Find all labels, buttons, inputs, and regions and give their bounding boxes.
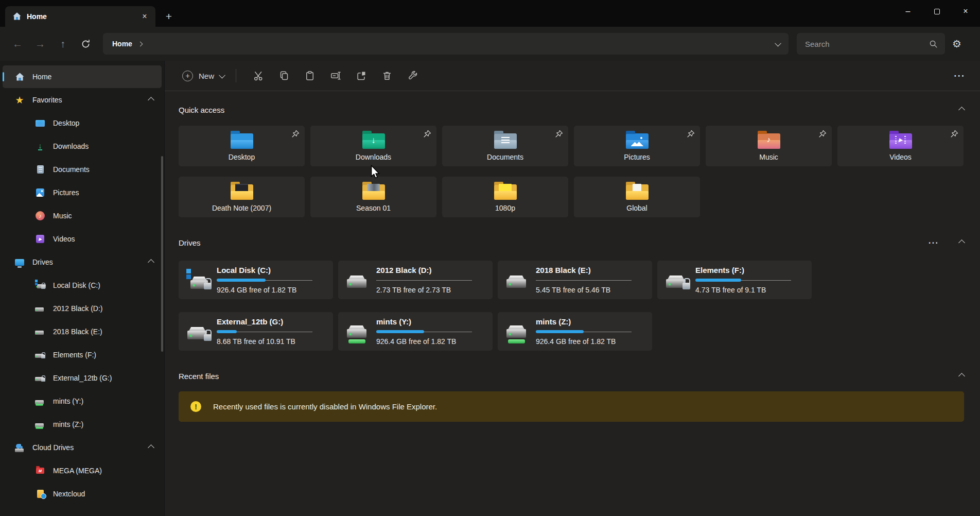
- sidebar-item-nextcloud[interactable]: Nextcloud: [3, 483, 162, 505]
- drive-card-y[interactable]: mints (Y:) 926.4 GB free of 1.82 TB: [338, 312, 493, 351]
- drive-card-d[interactable]: 2012 Black (D:) 2.73 TB free of 2.73 TB: [338, 261, 493, 299]
- tab-home[interactable]: Home ×: [5, 6, 155, 27]
- search-input[interactable]: Search: [797, 33, 945, 55]
- tile-documents[interactable]: Documents: [442, 126, 568, 166]
- videos-icon: ▶: [34, 233, 46, 245]
- tile-1080p[interactable]: 1080p: [442, 177, 568, 217]
- pin-icon: [423, 130, 431, 138]
- maximize-button[interactable]: [922, 0, 951, 23]
- tab-title: Home: [27, 12, 133, 21]
- paste-button[interactable]: [297, 65, 323, 86]
- close-button[interactable]: ×: [951, 0, 980, 23]
- tile-pictures[interactable]: Pictures: [574, 126, 700, 166]
- forward-button[interactable]: →: [29, 33, 51, 54]
- home-sections: Quick access Desktop ↓ Downloads: [165, 91, 980, 516]
- sidebar-item-desktop[interactable]: Desktop: [3, 112, 162, 134]
- sidebar-item-label: mints (Y:): [53, 397, 83, 405]
- address-dropdown-icon[interactable]: [775, 40, 781, 46]
- back-button[interactable]: ←: [6, 33, 29, 54]
- address-bar[interactable]: Home: [103, 33, 789, 55]
- sidebar-item-videos[interactable]: ▶ Videos: [3, 228, 162, 250]
- videos-folder-icon: ▶: [888, 129, 913, 150]
- tile-global[interactable]: Global: [574, 177, 700, 217]
- sidebar-item-external-12tb-g[interactable]: External_12tb (G:): [3, 367, 162, 389]
- tile-videos[interactable]: ▶ Videos: [837, 126, 964, 166]
- sidebar-scrollbar[interactable]: [161, 156, 163, 352]
- collapse-icon[interactable]: [148, 444, 154, 451]
- sidebar-item-home[interactable]: Home: [3, 65, 162, 88]
- sidebar-section-drives[interactable]: Drives: [3, 251, 162, 273]
- pin-icon: [555, 130, 563, 138]
- drive-name: Local Disk (C:): [217, 266, 324, 274]
- pictures-folder-icon: [625, 129, 650, 150]
- rename-button[interactable]: [323, 65, 348, 86]
- monitor-icon: [14, 256, 25, 268]
- desktop-folder-icon: [230, 129, 254, 150]
- drive-card-g[interactable]: External_12tb (G:) 8.68 TB free of 10.91…: [179, 312, 333, 351]
- main-content: + New: [165, 61, 980, 516]
- sidebar-item-documents[interactable]: Documents: [3, 158, 162, 181]
- sidebar-item-mega[interactable]: M MEGA (MEGA): [3, 459, 162, 482]
- sidebar-item-local-disk-c[interactable]: Local Disk (C:): [3, 274, 162, 297]
- tile-season-01[interactable]: Season 01: [310, 177, 436, 217]
- tile-label: Death Note (2007): [183, 204, 301, 212]
- pin-icon: [687, 130, 695, 138]
- collapse-icon[interactable]: [958, 239, 965, 246]
- tools-button[interactable]: [400, 65, 426, 86]
- settings-button[interactable]: ⚙: [945, 33, 969, 54]
- tile-label: Pictures: [578, 153, 696, 161]
- up-button[interactable]: ↑: [51, 33, 74, 54]
- nextcloud-icon: [34, 488, 46, 500]
- breadcrumb-chevron-icon: [137, 41, 143, 46]
- new-button-label: New: [199, 72, 214, 80]
- breadcrumb[interactable]: Home: [112, 40, 132, 48]
- drive-card-z[interactable]: mints (Z:) 926.4 GB free of 1.82 TB: [498, 312, 652, 351]
- drives-more-button[interactable]: ⋯: [928, 237, 939, 248]
- sidebar-item-pictures[interactable]: Pictures: [3, 181, 162, 204]
- quick-access-header: Quick access: [179, 106, 964, 114]
- refresh-button[interactable]: [74, 33, 97, 54]
- downloads-folder-icon: ↓: [361, 129, 386, 150]
- share-button[interactable]: [348, 65, 374, 86]
- drive-lock-icon: [34, 372, 46, 384]
- collapse-icon[interactable]: [958, 373, 965, 380]
- tile-desktop[interactable]: Desktop: [179, 126, 305, 166]
- sidebar-section-favorites[interactable]: ★ Favorites: [3, 89, 162, 111]
- network-drive-icon: [345, 319, 372, 344]
- documents-folder-icon: [493, 129, 518, 150]
- toolbar-more-button[interactable]: ⋯: [953, 70, 965, 81]
- sidebar-item-mints-y[interactable]: mints (Y:): [3, 390, 162, 412]
- drive-free-space: 4.73 TB free of 9.1 TB: [695, 286, 802, 294]
- tab-close-icon[interactable]: ×: [138, 10, 151, 23]
- tile-death-note[interactable]: Death Note (2007): [179, 177, 305, 217]
- sidebar-item-downloads[interactable]: ↓ Downloads: [3, 135, 162, 158]
- copy-button[interactable]: [271, 65, 297, 86]
- sidebar-item-2012-black-d[interactable]: 2012 Black (D:): [3, 297, 162, 320]
- collapse-icon[interactable]: [148, 97, 154, 104]
- delete-button[interactable]: [374, 65, 400, 86]
- drive-card-e[interactable]: 2018 Black (E:) 5.45 TB free of 5.46 TB: [498, 261, 652, 299]
- tile-downloads[interactable]: ↓ Downloads: [310, 126, 436, 166]
- sidebar-item-mints-z[interactable]: mints (Z:): [3, 413, 162, 436]
- minimize-button[interactable]: –: [894, 0, 922, 23]
- tile-label: Videos: [842, 153, 959, 161]
- sidebar-item-2018-black-e[interactable]: 2018 Black (E:): [3, 320, 162, 343]
- mouse-cursor: [370, 165, 381, 179]
- sidebar-section-cloud-drives[interactable]: Cloud Drives: [3, 436, 162, 459]
- sidebar-item-elements-f[interactable]: Elements (F:): [3, 343, 162, 366]
- collapse-icon[interactable]: [148, 259, 154, 266]
- sidebar-item-label: Videos: [53, 235, 75, 243]
- sidebar-item-label: mints (Z:): [53, 420, 83, 428]
- sidebar-item-music[interactable]: ♪ Music: [3, 204, 162, 227]
- cut-button[interactable]: [246, 65, 271, 86]
- drive-card-c[interactable]: Local Disk (C:) 926.4 GB free of 1.82 TB: [179, 261, 333, 299]
- new-button[interactable]: + New: [182, 71, 224, 81]
- section-label: Drives: [32, 258, 53, 266]
- collapse-icon[interactable]: [958, 107, 965, 113]
- new-tab-button[interactable]: +: [160, 8, 178, 25]
- drive-name: Elements (F:): [695, 266, 802, 274]
- tile-music[interactable]: ♪ Music: [706, 126, 832, 166]
- network-drive-icon: [505, 319, 532, 344]
- drive-name: 2018 Black (E:): [536, 266, 643, 274]
- drive-card-f[interactable]: Elements (F:) 4.73 TB free of 9.1 TB: [657, 261, 812, 299]
